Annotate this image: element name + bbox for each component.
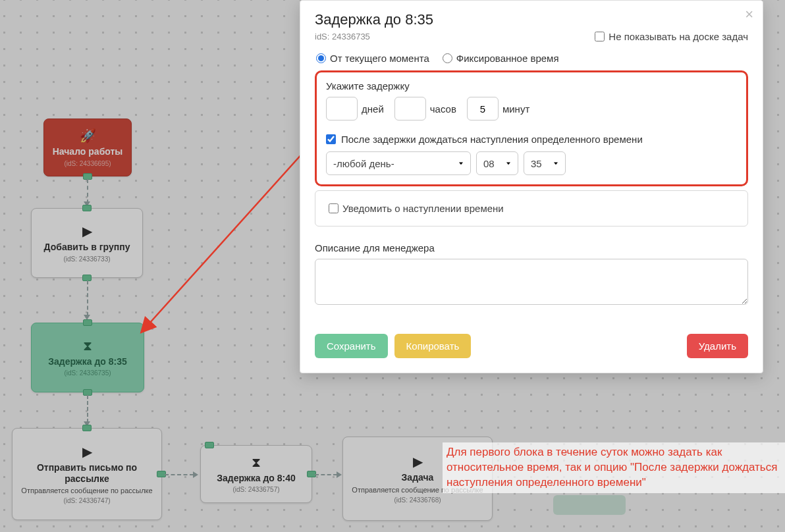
description-textarea[interactable] bbox=[315, 259, 748, 305]
hide-on-board-checkbox[interactable]: Не показывать на доске задач bbox=[595, 31, 748, 42]
wait-until-label: После задержки дождаться наступления опр… bbox=[341, 134, 643, 145]
minutes-unit: минут bbox=[502, 103, 529, 115]
save-button[interactable]: Сохранить bbox=[315, 334, 388, 358]
day-select[interactable]: -любой день- bbox=[326, 151, 471, 175]
days-input[interactable] bbox=[326, 97, 358, 120]
minute-select[interactable]: 35 bbox=[524, 151, 566, 175]
delete-button[interactable]: Удалить bbox=[687, 334, 748, 358]
notify-label: Уведомить о наступлении времени bbox=[342, 203, 504, 214]
hide-on-board-label: Не показывать на доске задач bbox=[609, 31, 748, 42]
radio-from-now[interactable]: От текущего момента bbox=[316, 53, 429, 64]
modal-title: Задержка до 8:35 bbox=[315, 11, 748, 28]
description-label: Описание для менеджера bbox=[315, 242, 748, 253]
annotation-text: Для первого блока в течение суток можно … bbox=[443, 442, 785, 493]
delay-highlight-box: Укажите задержку дней часов минут После … bbox=[315, 70, 748, 186]
notify-checkbox[interactable]: Уведомить о наступлении времени bbox=[329, 203, 734, 214]
delay-section-label: Укажите задержку bbox=[326, 80, 737, 92]
close-icon[interactable]: × bbox=[745, 7, 753, 22]
copy-button[interactable]: Копировать bbox=[394, 334, 472, 358]
modal-id: idS: 24336735 bbox=[315, 32, 370, 41]
delay-modal: × Задержка до 8:35 idS: 24336735 Не пока… bbox=[300, 0, 763, 373]
hour-select[interactable]: 08 bbox=[476, 151, 518, 175]
hours-input[interactable] bbox=[394, 97, 426, 120]
minutes-input[interactable] bbox=[467, 97, 499, 120]
radio-fixed-time[interactable]: Фиксированное время bbox=[443, 53, 559, 64]
hours-unit: часов bbox=[430, 103, 456, 115]
wait-until-checkbox[interactable] bbox=[326, 134, 336, 144]
days-unit: дней bbox=[362, 103, 384, 115]
